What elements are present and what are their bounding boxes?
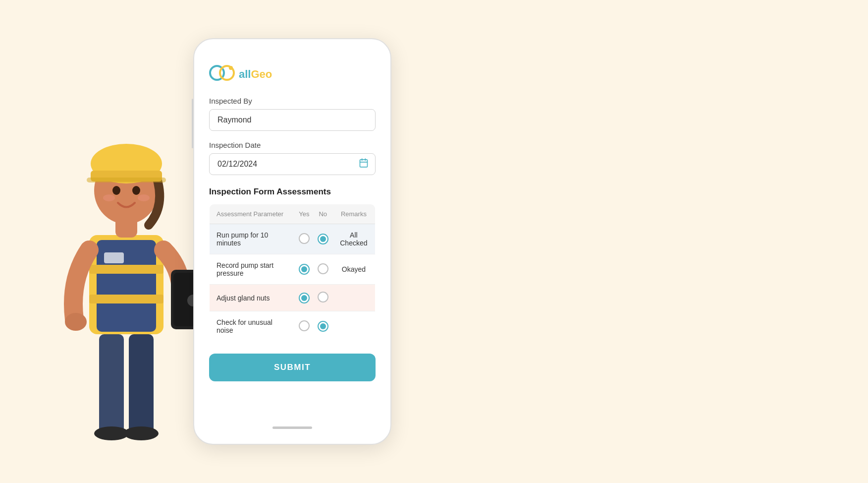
inspection-date-label: Inspection Date [209, 141, 376, 149]
svg-rect-0 [99, 334, 124, 433]
radio-no-1[interactable] [318, 234, 328, 244]
remarks-cell [332, 285, 376, 311]
table-row: Adjust gland nuts [210, 285, 376, 311]
col-header-parameter: Assessment Parameter [210, 204, 295, 224]
svg-point-16 [112, 186, 120, 195]
no-cell[interactable] [314, 311, 332, 342]
svg-point-18 [103, 194, 115, 201]
phone-content: allGeo Inspected By Inspection Date [194, 54, 390, 426]
param-cell: Record pump start pressure [210, 254, 295, 285]
phone-side-button [192, 99, 193, 148]
assessment-table: Assessment Parameter Yes No Remarks Run … [209, 204, 376, 342]
param-cell: Adjust gland nuts [210, 285, 295, 311]
param-cell: Run pump for 10 minutes [210, 224, 295, 254]
radio-yes-2[interactable] [299, 264, 310, 275]
worker-illustration [30, 57, 218, 483]
svg-point-9 [65, 313, 87, 331]
svg-rect-1 [129, 334, 154, 433]
inspected-by-input[interactable] [209, 109, 376, 131]
radio-no-3[interactable] [318, 292, 328, 302]
table-row: Record pump start pressure Okayed [210, 254, 376, 285]
inspected-by-label: Inspected By [209, 97, 376, 105]
logo-all: all [239, 68, 251, 80]
svg-point-17 [132, 186, 140, 195]
col-header-no: No [314, 204, 332, 224]
date-input-wrapper [209, 153, 376, 175]
yes-cell[interactable] [295, 285, 314, 311]
no-cell[interactable] [314, 254, 332, 285]
svg-point-19 [138, 194, 150, 201]
submit-button[interactable]: SUBMIT [209, 354, 376, 381]
radio-yes-1[interactable] [299, 233, 310, 244]
radio-no-4[interactable] [318, 321, 328, 332]
svg-point-25 [229, 66, 233, 70]
phone-mockup: allGeo Inspected By Inspection Date [193, 38, 391, 445]
scene: allGeo Inspected By Inspection Date [0, 0, 868, 483]
no-cell[interactable] [314, 224, 332, 254]
svg-rect-7 [89, 295, 163, 303]
remarks-cell [332, 311, 376, 342]
yes-cell[interactable] [295, 224, 314, 254]
yes-cell[interactable] [295, 311, 314, 342]
col-header-yes: Yes [295, 204, 314, 224]
svg-rect-8 [104, 252, 124, 263]
svg-rect-22 [87, 178, 166, 182]
logo-geo: Geo [251, 68, 272, 80]
table-row: Run pump for 10 minutes All Checked [210, 224, 376, 254]
svg-rect-6 [89, 265, 163, 274]
allgeo-logo-icon [209, 64, 235, 85]
remarks-cell: Okayed [332, 254, 376, 285]
col-header-remarks: Remarks [332, 204, 376, 224]
radio-yes-3[interactable] [299, 293, 310, 303]
phone-home-bar [272, 426, 312, 429]
yes-cell[interactable] [295, 254, 314, 285]
radio-no-2[interactable] [318, 263, 328, 274]
logo-area: allGeo [209, 64, 376, 85]
svg-point-3 [124, 426, 159, 440]
section-title: Inspection Form Assessments [209, 187, 376, 197]
svg-point-2 [94, 426, 129, 440]
param-cell: Check for unusual noise [210, 311, 295, 342]
inspection-date-input[interactable] [209, 153, 376, 175]
table-row: Check for unusual noise [210, 311, 376, 342]
remarks-cell: All Checked [332, 224, 376, 254]
no-cell[interactable] [314, 285, 332, 311]
svg-rect-26 [360, 160, 368, 167]
radio-yes-4[interactable] [299, 320, 310, 331]
calendar-icon [359, 158, 369, 171]
logo-text: allGeo [239, 68, 272, 81]
